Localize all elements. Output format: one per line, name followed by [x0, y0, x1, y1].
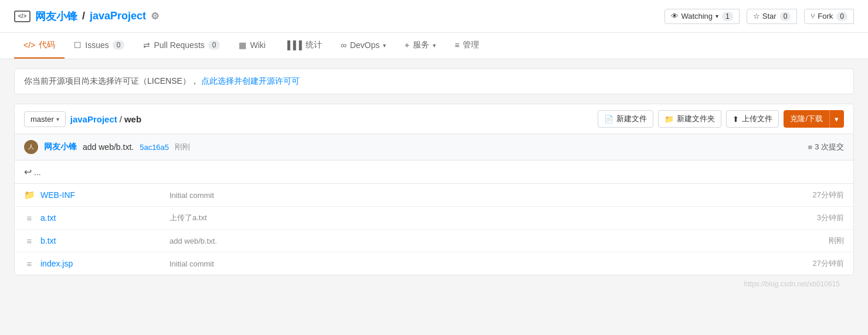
- commit-info-left: 人 网友小锋 add web/b.txt. 5ac16a5 刚刚: [24, 140, 190, 154]
- branch-selector[interactable]: master ▾: [24, 111, 66, 127]
- tab-pull-requests[interactable]: ⇄ Pull Requests 0: [134, 33, 229, 58]
- new-file-icon: 📄: [604, 115, 613, 124]
- table-row[interactable]: ≡ index.jsp Initial commit 27分钟前: [15, 252, 853, 275]
- table-row[interactable]: ≡ a.txt 上传了a.txt 3分钟前: [15, 207, 853, 230]
- page-header: </> 网友小锋 / javaProject ⚙ 👁 Watching ▾ 1 …: [0, 0, 868, 33]
- avatar: 人: [24, 140, 38, 154]
- tab-issues[interactable]: ☐ Issues 0: [65, 33, 134, 58]
- license-notice: 你当前开源项目尚未选择许可证（LICENSE）， 点此选择并创建开源许可可: [14, 69, 854, 94]
- commit-info-row: 人 网友小锋 add web/b.txt. 5ac16a5 刚刚 ≡ 3 次提交: [15, 134, 853, 160]
- breadcrumb-repo-link[interactable]: javaProject: [70, 114, 117, 124]
- star-icon: ☆: [753, 12, 760, 20]
- manage-icon: ≡: [455, 40, 459, 50]
- tab-devops[interactable]: ∞ DevOps ▾: [331, 33, 396, 58]
- table-row[interactable]: ≡ b.txt add web/b.txt. 刚刚: [15, 230, 853, 252]
- settings-icon[interactable]: ⚙: [151, 11, 159, 22]
- fork-button[interactable]: ⑂ Fork 0: [804, 9, 854, 24]
- breadcrumb-separator: /: [120, 114, 122, 124]
- folder-icon: 📁: [24, 190, 35, 200]
- new-file-button[interactable]: 📄 新建文件: [598, 110, 653, 128]
- clone-download-button[interactable]: 克隆/下载: [784, 110, 829, 128]
- code-icon: </>: [23, 40, 35, 50]
- toolbar-right: 📄 新建文件 📁 新建文件夹 ⬆ 上传文件 克隆/下载 ▾: [598, 110, 844, 128]
- file-time: 27分钟前: [774, 258, 844, 269]
- back-row[interactable]: ↩ ...: [15, 160, 853, 184]
- eye-icon: 👁: [671, 12, 679, 20]
- tab-wiki[interactable]: ▦ Wiki: [229, 33, 274, 58]
- footer-watermark: https://blog.csdn.net/xb010615: [14, 275, 854, 293]
- star-button[interactable]: ☆ Star 0: [747, 9, 798, 24]
- clone-download-group: 克隆/下载 ▾: [784, 110, 844, 128]
- pull-request-icon: ⇄: [143, 40, 150, 50]
- file-commit-message: Initial commit: [146, 191, 774, 200]
- file-name-link[interactable]: index.jsp: [40, 259, 146, 268]
- tab-services[interactable]: ⌖ 服务 ▾: [395, 33, 445, 59]
- file-name-link[interactable]: WEB-INF: [40, 190, 146, 200]
- code-bracket-icon: </>: [14, 11, 30, 22]
- issues-icon: ☐: [74, 40, 82, 50]
- fork-icon: ⑂: [811, 12, 815, 20]
- back-arrow-icon: ↩: [24, 166, 32, 177]
- upload-file-button[interactable]: ⬆ 上传文件: [726, 110, 779, 128]
- commit-count: ≡ 3 次提交: [808, 142, 844, 152]
- license-link[interactable]: 点此选择并创建开源许可可: [201, 76, 300, 86]
- commit-message: add web/b.txt.: [83, 142, 134, 152]
- file-name-link[interactable]: b.txt: [40, 236, 146, 245]
- repo-link[interactable]: javaProject: [90, 10, 146, 22]
- file-toolbar: master ▾ javaProject / web 📄 新建文件 📁 新建文件…: [15, 104, 853, 134]
- file-commit-message: Initial commit: [146, 259, 774, 268]
- breadcrumb: javaProject / web: [70, 114, 141, 124]
- file-icon: ≡: [24, 213, 35, 223]
- commit-hash[interactable]: 5ac16a5: [140, 143, 169, 152]
- file-icon: ≡: [24, 236, 35, 246]
- main-content: 你当前开源项目尚未选择许可证（LICENSE）， 点此选择并创建开源许可可 ma…: [0, 59, 868, 302]
- watching-button[interactable]: 👁 Watching ▾ 1: [664, 9, 739, 24]
- commit-count-icon: ≡: [808, 143, 813, 152]
- commit-time: 刚刚: [175, 142, 190, 152]
- commit-author[interactable]: 网友小锋: [44, 142, 77, 152]
- file-time: 3分钟前: [774, 213, 844, 223]
- wiki-icon: ▦: [239, 40, 246, 50]
- tab-code[interactable]: </> 代码: [14, 33, 65, 59]
- file-commit-message: add web/b.txt.: [146, 237, 774, 245]
- separator: /: [82, 10, 85, 22]
- header-actions: 👁 Watching ▾ 1 ☆ Star 0 ⑂ Fork 0: [664, 9, 854, 24]
- tab-stats[interactable]: ▐▐▐ 统计: [275, 33, 331, 59]
- breadcrumb-current: web: [124, 114, 141, 124]
- table-row[interactable]: 📁 WEB-INF Initial commit 27分钟前: [15, 184, 853, 207]
- chevron-down-icon: ▾: [716, 13, 718, 19]
- user-link[interactable]: 网友小锋: [35, 9, 77, 23]
- file-name-link[interactable]: a.txt: [40, 213, 146, 223]
- tab-manage[interactable]: ≡ 管理: [445, 33, 489, 59]
- file-commit-message: 上传了a.txt: [146, 213, 774, 223]
- chevron-down-icon: ▾: [383, 42, 386, 49]
- chevron-down-icon: ▾: [433, 42, 436, 49]
- file-icon: ≡: [24, 259, 35, 269]
- back-dots: ...: [34, 168, 41, 177]
- services-icon: ⌖: [405, 40, 409, 50]
- devops-icon: ∞: [341, 40, 347, 50]
- file-time: 27分钟前: [774, 190, 844, 200]
- branch-name: master: [30, 115, 54, 124]
- upload-icon: ⬆: [733, 115, 739, 124]
- toolbar-left: master ▾ javaProject / web: [24, 111, 141, 127]
- file-time: 刚刚: [774, 235, 844, 246]
- new-folder-icon: 📁: [664, 115, 674, 124]
- stats-icon: ▐▐▐: [284, 40, 302, 50]
- branch-chevron-icon: ▾: [56, 116, 59, 122]
- new-folder-button[interactable]: 📁 新建文件夹: [658, 110, 721, 128]
- clone-download-dropdown[interactable]: ▾: [829, 110, 844, 128]
- chevron-down-icon: ▾: [835, 115, 839, 124]
- repo-title: </> 网友小锋 / javaProject ⚙: [14, 9, 159, 23]
- tab-bar: </> 代码 ☐ Issues 0 ⇄ Pull Requests 0 ▦ Wi…: [0, 33, 868, 59]
- file-browser: master ▾ javaProject / web 📄 新建文件 📁 新建文件…: [14, 104, 854, 275]
